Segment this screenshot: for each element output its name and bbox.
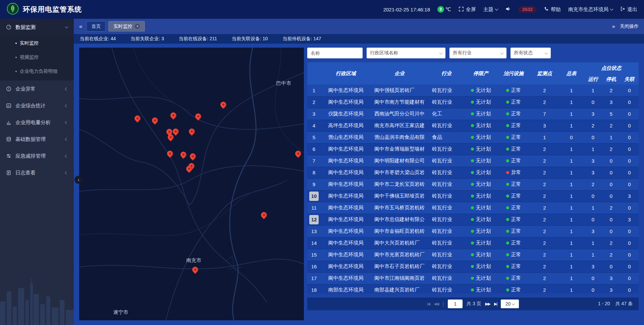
table-row[interactable]: 8阆中生态环境局阆中市枣碧大梁山页岩砖瓦行业无计划异常21300: [307, 167, 639, 178]
cell-run: 0: [584, 131, 602, 143]
status-dot-green: [506, 148, 509, 151]
bullet-icon: [15, 71, 17, 72]
map[interactable]: 巴中市南充市遂宁市: [79, 48, 304, 320]
cell-monitor: 3: [530, 120, 559, 131]
table-row[interactable]: 5营山生态环境局营山县润丰肉食品有限食品无计划正常10010: [307, 131, 639, 143]
table-row[interactable]: 15阆中生态环境局阆中市光富页岩机砖厂砖瓦行业无计划正常21120: [307, 249, 639, 261]
status-dot-green: [471, 253, 474, 256]
cell-restriction: 无计划: [465, 143, 497, 155]
cell-company: 阆中市金福旺页岩机砖: [371, 225, 428, 237]
table-row[interactable]: 4高坪生态环境局南充市高坪区王家店建砖瓦行业无计划正常31220: [307, 120, 639, 131]
last-page-button[interactable]: ▶|: [494, 302, 497, 306]
col-restriction: 停限产: [465, 62, 497, 85]
table-row[interactable]: 16阆中生态环境局阆中市石子页岩机砖厂砖瓦行业无计划正常21300: [307, 261, 639, 272]
map-city-label: 南充市: [186, 257, 201, 264]
pagination-bar: |◀ ◀◀ | 共 3 页 ▶▶ ▶| 20: [307, 297, 639, 310]
table-row[interactable]: 7阆中生态环境局阆中明阳建材有限公司砖瓦行业无计划正常21300: [307, 155, 639, 167]
cell-company: 阆中市石子页岩机砖厂: [371, 261, 428, 272]
status-dot-green: [471, 148, 474, 151]
page-input[interactable]: [448, 300, 463, 308]
cell-stop: 0: [602, 261, 620, 272]
cell-facility: 正常: [497, 202, 530, 214]
sidebar-group-日志查看[interactable]: 日志查看: [0, 164, 74, 181]
broadcast-button[interactable]: [505, 6, 511, 13]
stat-item: 当前在线设备: 211: [179, 36, 217, 42]
sidebar-group-企业异常[interactable]: 企业异常: [0, 80, 74, 97]
cell-restriction: 无计划: [465, 202, 497, 214]
page-size-select[interactable]: 20: [501, 300, 519, 308]
app-root: 环保用电监管系统 2021-02-25 17:46:18 0 ℃ 全屏 主题 2…: [0, 0, 644, 325]
fullscreen-button[interactable]: 全屏: [459, 6, 476, 13]
theme-dropdown[interactable]: 主题: [483, 6, 498, 13]
bullet-icon: [15, 57, 17, 58]
alert-count-badge[interactable]: 2632: [518, 6, 537, 13]
region-select[interactable]: 行政区域名称: [367, 48, 445, 58]
table-row[interactable]: 6阆中生态环境局阆中市金博瑞新型墙材砖瓦行业无计划正常21120: [307, 143, 639, 155]
cell-restriction: 无计划: [465, 167, 497, 178]
cell-restriction: 无计划: [465, 214, 497, 225]
next-page-button[interactable]: ▶▶: [485, 302, 490, 306]
industry-select[interactable]: 所有行业: [449, 48, 506, 58]
logout-button[interactable]: 退出: [620, 6, 637, 13]
sidebar-group-基础数据管理[interactable]: 基础数据管理: [0, 131, 74, 148]
cell-run: 3: [584, 167, 602, 178]
cell-stop: 2: [602, 237, 620, 249]
table-row[interactable]: 11阆中生态环境局阆中市五马桥页岩机砖砖瓦行业无计划正常21120: [307, 202, 639, 214]
skyline-decoration: [0, 268, 74, 325]
app-logo: [7, 3, 19, 16]
col-stop: 停机: [602, 74, 620, 85]
status-dot-green: [471, 218, 474, 221]
tabs-scroll-left-icon[interactable]: «: [79, 23, 82, 30]
col-meter: 总表: [559, 62, 584, 85]
table-row[interactable]: 9阆中生态环境局阆中市二龙长宝页岩砖砖瓦行业无计划正常21200: [307, 178, 639, 190]
table-row[interactable]: 1阆中生态环境局阆中强锐页岩砖厂砖瓦行业无计划正常21120: [307, 85, 639, 96]
tab-实时监控[interactable]: 实时监控×: [108, 21, 145, 32]
chart-icon: [6, 120, 12, 125]
cell-stop: 5: [602, 108, 620, 120]
table-row[interactable]: 10阆中生态环境局阆中千佛镇五郎垭页岩砖瓦行业无计划正常21003: [307, 190, 639, 202]
cell-company: 南部县建兴页岩砖厂: [371, 284, 428, 293]
cell-stop: 2: [602, 85, 620, 96]
cell-monitor: 2: [530, 261, 559, 272]
cell-restriction: 无计划: [465, 131, 497, 143]
close-operations-button[interactable]: 关闭操作: [620, 23, 639, 30]
table-row[interactable]: 12阆中生态环境局阆中市忠信建材有限公砖瓦行业无计划正常21003: [307, 214, 639, 225]
table-row[interactable]: 13阆中生态环境局阆中市金福旺页岩机砖砖瓦行业无计划正常21300: [307, 225, 639, 237]
cell-company: 阆中市南方节能建材有: [371, 96, 428, 108]
cell-monitor: 2: [530, 167, 559, 178]
sidebar-item-实时监控[interactable]: 实时监控: [0, 36, 74, 50]
table-row[interactable]: 3仪陇生态环境局西南油气田分公司川中化工无计划正常71350: [307, 108, 639, 120]
cell-industry: 砖瓦行业: [428, 261, 465, 272]
tab-首页[interactable]: 首页: [86, 21, 106, 32]
cell-region: 阆中生态环境局: [321, 225, 371, 237]
sidebar-item-视频监控[interactable]: 视频监控: [0, 50, 74, 64]
sidebar-group-企业用电量分析[interactable]: 企业用电量分析: [0, 114, 74, 131]
tabs-scroll-right-icon[interactable]: »: [612, 23, 615, 30]
status-dot-green: [471, 112, 474, 115]
cell-industry: 砖瓦行业: [428, 178, 465, 190]
cell-region: 阆中生态环境局: [321, 167, 371, 178]
cell-offline: 0: [620, 131, 639, 143]
cell-stop: 0: [602, 190, 620, 202]
table-row[interactable]: 14阆中生态环境局阆中大兴页岩机砖厂砖瓦行业无计划正常21120: [307, 237, 639, 249]
sidebar-item-企业电力负荷明细[interactable]: 企业电力负荷明细: [0, 64, 74, 78]
sidebar-group-数据监测[interactable]: 数据监测: [0, 19, 74, 36]
cell-industry: 砖瓦行业: [428, 155, 465, 167]
org-dropdown[interactable]: 南充市生态环境局: [568, 6, 613, 13]
table-row[interactable]: 17阆中生态环境局阆中市江南镇阆南页岩砖瓦行业无计划正常21030: [307, 272, 639, 284]
cell-meter: 1: [559, 237, 584, 249]
prev-page-button[interactable]: ◀◀: [434, 302, 438, 306]
name-input[interactable]: [307, 48, 363, 58]
sidebar-group-应急减排管理[interactable]: 应急减排管理: [0, 148, 74, 164]
table-row[interactable]: 2阆中生态环境局阆中市南方节能建材有砖瓦行业无计划正常21030: [307, 96, 639, 108]
first-page-button[interactable]: |◀: [427, 302, 430, 306]
sidebar-group-企业综合统计[interactable]: 企业综合统计: [0, 97, 74, 114]
row-index: 12: [309, 215, 319, 224]
temperature: 0 ℃: [437, 6, 451, 13]
status-select[interactable]: 所有状态: [511, 48, 551, 58]
table-row[interactable]: 18南部生态环境局南部县建兴页岩砖厂砖瓦行业无计划正常21030: [307, 284, 639, 293]
help-button[interactable]: 帮助: [544, 6, 561, 13]
col-region: 行政区域: [321, 62, 371, 85]
tab-close-icon[interactable]: ×: [135, 24, 140, 29]
cell-company: 南充市高坪区王家店建: [371, 120, 428, 131]
